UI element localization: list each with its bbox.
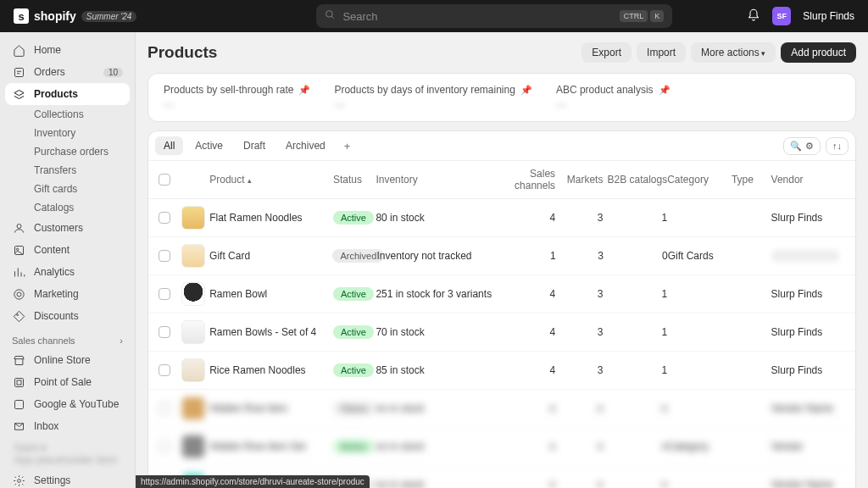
table-row[interactable]: Rice Ramen NoodlesActive85 in stock431Sl… [148, 352, 855, 390]
gear-icon [12, 474, 25, 487]
col-inventory[interactable]: Inventory [376, 174, 507, 186]
avatar[interactable]: SF [772, 7, 791, 25]
search-placeholder: Search [342, 10, 377, 23]
chevron-right-icon: › [120, 336, 123, 346]
sales-channels-label[interactable]: Sales channels› [5, 327, 130, 349]
markets-cell: 3 [555, 364, 603, 376]
logo-icon: s [14, 8, 29, 24]
product-name[interactable]: Flat Ramen Noodles [209, 212, 333, 224]
sidebar-sub-transfers[interactable]: Transfers [5, 161, 130, 180]
store-icon [12, 353, 25, 367]
col-b2b[interactable]: B2B catalogs [603, 174, 667, 186]
product-name[interactable]: Gift Card [209, 250, 332, 262]
topbar: s shopify Summer '24 Search CTRL K SF Sl… [0, 0, 868, 32]
sidebar-item-marketing[interactable]: Marketing [5, 283, 130, 305]
add-view-button[interactable]: + [337, 138, 358, 154]
markets-cell: 3 [556, 250, 604, 262]
sidebar-item-online-store[interactable]: Online Store [5, 349, 130, 371]
col-type[interactable]: Type [732, 174, 771, 186]
table-row[interactable]: Ramen BowlActive251 in stock for 3 varia… [148, 275, 855, 313]
export-button[interactable]: Export [581, 42, 632, 63]
svg-point-3 [17, 224, 21, 228]
sidebar-item-inbox[interactable]: Inbox [5, 415, 130, 437]
google-icon [12, 397, 25, 411]
svg-rect-10 [17, 380, 21, 385]
sidebar-item-discounts[interactable]: Discounts [5, 305, 130, 327]
col-category[interactable]: Category [667, 174, 732, 186]
sidebar-sub-catalogs[interactable]: Catalogs [5, 198, 130, 217]
sidebar-sub-inventory[interactable]: Inventory [5, 124, 130, 142]
tab-active[interactable]: Active [186, 136, 231, 155]
sidebar-blur: Apps ▸App placeholder item [5, 437, 130, 469]
tab-all[interactable]: All [155, 136, 183, 155]
sidebar-item-content[interactable]: Content [5, 239, 130, 261]
orders-badge: 10 [103, 68, 123, 77]
svg-rect-11 [14, 400, 23, 408]
row-checkbox[interactable] [159, 212, 170, 224]
sidebar-sub-gift-cards[interactable]: Gift cards [5, 180, 130, 198]
search-filter-button[interactable]: 🔍⚙ [783, 137, 821, 155]
col-markets[interactable]: Markets [555, 174, 603, 186]
col-status[interactable]: Status [333, 174, 376, 186]
logo[interactable]: s shopify Summer '24 [14, 8, 136, 24]
svg-line-1 [332, 16, 335, 19]
product-thumbnail [181, 358, 205, 382]
tab-archived[interactable]: Archived [277, 136, 334, 155]
orders-icon [12, 65, 25, 79]
products-icon [12, 87, 25, 101]
product-thumbnail [181, 244, 205, 268]
sidebar-item-customers[interactable]: Customers [5, 217, 130, 239]
sidebar-item-google-youtube[interactable]: Google & YouTube [5, 393, 130, 415]
sidebar-item-analytics[interactable]: Analytics [5, 261, 130, 283]
analytics-item-0[interactable]: Products by sell-through rate📌— [164, 84, 310, 111]
row-checkbox[interactable] [159, 250, 170, 262]
sort-asc-icon: ▴ [248, 176, 252, 185]
home-icon [12, 43, 25, 57]
analytics-item-2[interactable]: ABC product analysis📌— [556, 84, 670, 111]
add-product-button[interactable]: Add product [781, 42, 856, 63]
import-button[interactable]: Import [637, 42, 686, 63]
product-name[interactable]: Ramen Bowl [209, 288, 333, 300]
sidebar-item-pos[interactable]: Point of Sale [5, 371, 130, 393]
svg-point-0 [326, 11, 333, 18]
product-thumbnail [181, 282, 205, 306]
sidebar-sub-purchase-orders[interactable]: Purchase orders [5, 142, 130, 161]
row-checkbox[interactable] [159, 288, 170, 300]
sidebar: Home Orders10 Products Collections Inven… [0, 32, 136, 488]
topbar-right: SF Slurp Finds [747, 7, 854, 25]
b2b-cell: 0 [604, 250, 668, 262]
table-row[interactable]: Ramen Bowls - Set of 4Active70 in stock4… [148, 313, 855, 352]
search-icon: 🔍 [790, 141, 802, 152]
row-checkbox[interactable] [159, 364, 170, 376]
svg-rect-9 [14, 378, 23, 386]
vendor-blur [771, 250, 839, 262]
table-row[interactable]: Gift CardArchivedInventory not tracked13… [148, 237, 855, 275]
sidebar-item-products[interactable]: Products [5, 83, 130, 105]
svg-point-12 [17, 479, 20, 482]
bell-icon[interactable] [747, 8, 760, 25]
table-row[interactable]: Flat Ramen NoodlesActive80 in stock431Sl… [148, 199, 855, 237]
col-product[interactable]: Product▴ [209, 174, 333, 186]
product-name[interactable]: Ramen Bowls - Set of 4 [209, 326, 333, 338]
sidebar-item-orders[interactable]: Orders10 [5, 61, 130, 83]
product-name[interactable]: Rice Ramen Noodles [209, 364, 333, 376]
sidebar-sub-collections[interactable]: Collections [5, 105, 130, 124]
more-actions-button[interactable]: More actions [691, 42, 776, 63]
svg-point-7 [17, 292, 21, 297]
row-checkbox[interactable] [159, 326, 170, 338]
store-name[interactable]: Slurp Finds [803, 10, 854, 22]
inventory-cell: 70 in stock [376, 326, 507, 338]
select-all-checkbox[interactable] [159, 174, 170, 186]
inventory-cell: 251 in stock for 3 variants [376, 288, 507, 300]
col-sales-channels[interactable]: Sales channels [508, 168, 555, 191]
tab-draft[interactable]: Draft [235, 136, 274, 155]
analytics-item-1[interactable]: Products by days of inventory remaining📌… [334, 84, 531, 111]
sales-channels-cell: 4 [508, 364, 555, 376]
search-input[interactable]: Search CTRL K [316, 4, 672, 28]
sidebar-item-home[interactable]: Home [5, 39, 130, 61]
search-icon [325, 9, 336, 23]
sidebar-item-settings[interactable]: Settings [5, 469, 130, 488]
sales-channels-cell: 4 [508, 212, 555, 224]
col-vendor[interactable]: Vendor [771, 174, 845, 186]
sort-button[interactable]: ↑↓ [826, 137, 849, 155]
